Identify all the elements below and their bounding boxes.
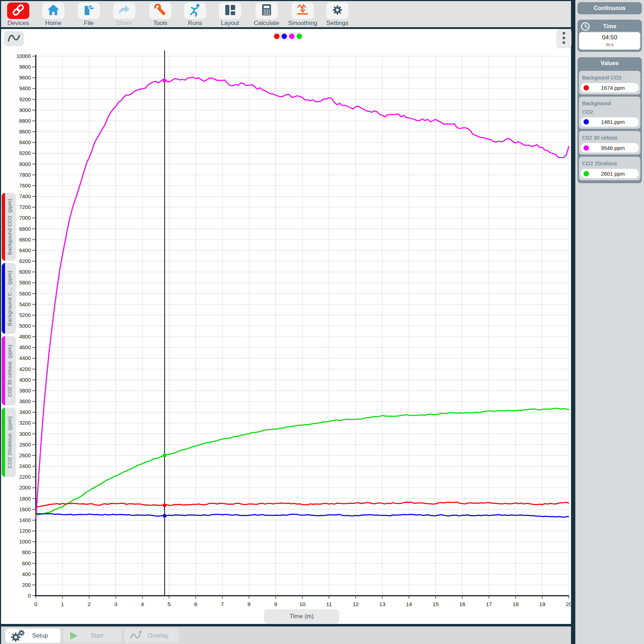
svg-text:5800: 5800 [19, 280, 31, 286]
legend-dot [297, 34, 302, 39]
svg-text:2600: 2600 [19, 453, 31, 458]
toolbar-button-label: File [72, 20, 106, 27]
series-color-stripe [2, 193, 5, 261]
svg-text:7: 7 [221, 601, 224, 607]
svg-text:2000: 2000 [19, 485, 31, 491]
svg-text:3800: 3800 [19, 388, 31, 394]
graph-panel: 0200400600800100012001400160018002000220… [1, 29, 571, 624]
toolbar-button-devices[interactable]: Devices [1, 3, 35, 27]
series-color-dot [584, 85, 589, 91]
y-axis-label-text: CO2 20celsius (ppm) [6, 416, 12, 468]
bottom-bar: Setup Start Overlay [1, 624, 571, 644]
svg-text:3600: 3600 [19, 399, 31, 404]
play-icon [68, 631, 78, 641]
svg-text:16: 16 [459, 601, 465, 607]
svg-text:2: 2 [88, 601, 91, 607]
time-unit: m:s [580, 42, 640, 47]
toolbar-button-label: Smoothing [286, 20, 320, 27]
overlay-button[interactable]: Overlay [124, 629, 179, 643]
legend-color-dots[interactable] [273, 32, 303, 40]
svg-text:2800: 2800 [19, 442, 31, 448]
svg-text:6400: 6400 [19, 248, 31, 253]
kebab-menu-icon [561, 31, 566, 47]
measurement-value: 9546 ppm [601, 145, 625, 151]
measurement-readout[interactable]: 9546 ppm [581, 143, 639, 152]
cursor-marker[interactable] [163, 454, 166, 457]
y-axis-label-4[interactable]: CO2 20celsius (ppm) [2, 408, 16, 477]
svg-text:9800: 9800 [19, 64, 31, 70]
svg-text:600: 600 [22, 561, 31, 566]
svg-text:7800: 7800 [19, 172, 31, 178]
gear-icon [330, 3, 345, 19]
y-axis-label-3[interactable]: C02 30 celsius (ppm) [2, 336, 16, 405]
start-label: Start [82, 632, 112, 639]
svg-text:3: 3 [114, 601, 117, 607]
time-readout[interactable]: 04:50 m:s [579, 32, 640, 50]
toolbar-button-label: Home [36, 20, 70, 27]
y-axis-label-text: Background C... (ppm) [6, 270, 12, 326]
graph-menu-button[interactable] [556, 29, 571, 48]
svg-text:8: 8 [248, 601, 251, 607]
svg-text:800: 800 [22, 550, 31, 555]
svg-text:0: 0 [28, 593, 31, 599]
toolbar-button-tools[interactable]: Tools [143, 3, 177, 27]
x-axis-label-text: Time (m) [289, 613, 313, 620]
toolbar-button-file[interactable]: File [72, 3, 106, 27]
toolbar-button-calculate[interactable]: Calculate [249, 3, 284, 27]
measurement-readout[interactable]: 1481 ppm [581, 117, 639, 127]
x-axis-label[interactable]: Time (m) [264, 609, 339, 624]
setup-button[interactable]: Setup [5, 629, 60, 643]
smoothing-wave-icon [296, 3, 310, 19]
graph-tool-button[interactable] [4, 31, 24, 46]
measurement-name: CO2 20celsius [581, 158, 639, 169]
svg-text:9200: 9200 [19, 97, 31, 102]
start-button[interactable]: Start [63, 629, 121, 643]
toolbar-button-settings[interactable]: Settings [320, 3, 355, 27]
svg-text:15: 15 [433, 601, 439, 607]
toolbar-button-label: Tools [143, 20, 177, 27]
legend-dot [289, 34, 294, 39]
svg-text:5600: 5600 [19, 291, 31, 297]
svg-text:5200: 5200 [19, 312, 31, 318]
y-axis-label-1[interactable]: Backgound CO2 (ppm) [2, 193, 16, 261]
toolbar-button-home[interactable]: Home [36, 3, 70, 27]
svg-text:4000: 4000 [19, 377, 31, 383]
svg-text:18: 18 [512, 601, 518, 607]
series-color-stripe [2, 408, 5, 477]
svg-text:1000: 1000 [19, 539, 31, 545]
svg-text:6800: 6800 [19, 226, 31, 232]
toolbar-button-smoothing[interactable]: Smoothing [286, 3, 320, 27]
app-window: DevicesHomeFileShareToolsRunsLayoutCalcu… [0, 0, 644, 644]
toolbar-button-runs[interactable]: Runs [178, 3, 212, 27]
runner-icon [188, 3, 202, 19]
clock-icon [580, 21, 590, 33]
svg-text:400: 400 [22, 571, 31, 577]
svg-text:6600: 6600 [19, 237, 31, 243]
measurement-readout[interactable]: 2601 ppm [581, 169, 639, 178]
wrench-icon [153, 3, 167, 19]
cursor-marker[interactable] [163, 514, 166, 517]
series-color-dot [584, 171, 589, 176]
svg-text:6000: 6000 [19, 269, 31, 275]
cursor-marker[interactable] [163, 79, 166, 82]
sine-plus-icon [129, 630, 143, 641]
series-color-stripe [2, 336, 5, 405]
svg-text:8200: 8200 [19, 150, 31, 156]
cursor-marker[interactable] [163, 503, 166, 507]
measurement-readout[interactable]: 1674 ppm [581, 83, 639, 92]
measurement-name: Background CO2 [581, 98, 639, 117]
svg-text:4200: 4200 [19, 366, 31, 372]
toolbar-button-layout[interactable]: Layout [213, 3, 247, 27]
legend-dot [274, 34, 279, 39]
series-color-stripe [2, 263, 5, 334]
file-cloud-icon [82, 3, 96, 19]
toolbar-button-label: Layout [213, 20, 247, 27]
svg-text:9000: 9000 [19, 107, 31, 113]
time-value: 04:50 [580, 34, 640, 41]
y-axis-label-2[interactable]: Background C... (ppm) [2, 263, 16, 334]
value-card-1: Backgound CO21674 ppm [579, 71, 640, 94]
setup-label: Setup [29, 632, 51, 639]
sampling-mode-button[interactable]: Continuous [577, 2, 642, 14]
svg-text:6: 6 [194, 601, 197, 607]
legend-dot [282, 34, 287, 39]
